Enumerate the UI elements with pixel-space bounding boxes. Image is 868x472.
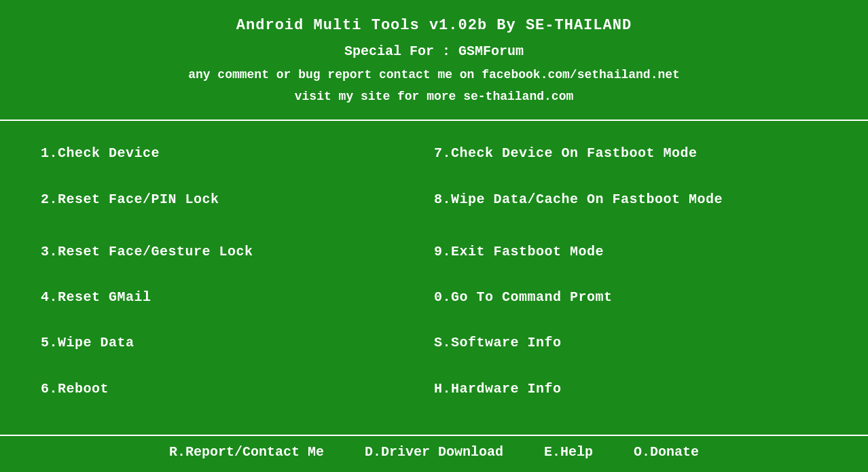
app-title: Android Multi Tools v1.02b By SE-THAILAN… <box>14 12 854 39</box>
menu-item-4[interactable]: 4.Reset GMail <box>41 284 434 329</box>
menu-item-h[interactable]: H.Hardware Info <box>434 376 827 421</box>
menu-item-6[interactable]: 6.Reboot <box>41 376 434 421</box>
menu-item-7[interactable]: 7.Check Device On Fastboot Mode <box>434 140 827 185</box>
menu-item-8[interactable]: 8.Wipe Data/Cache On Fastboot Mode <box>434 186 827 232</box>
app-contact: any comment or bug report contact me on … <box>14 64 854 86</box>
footer-item-o[interactable]: O.Donate <box>634 444 699 460</box>
header-section: Android Multi Tools v1.02b By SE-THAILAN… <box>0 0 868 114</box>
header-divider <box>0 120 868 121</box>
menu-grid: 1.Check Device 7.Check Device On Fastboo… <box>41 140 827 421</box>
menu-item-3[interactable]: 3.Reset Face/Gesture Lock <box>41 232 434 284</box>
footer-section: R.Report/Contact Me D.Driver Download E.… <box>0 435 868 472</box>
menu-item-5[interactable]: 5.Wipe Data <box>41 329 434 375</box>
menu-item-0[interactable]: 0.Go To Command Promt <box>434 284 827 329</box>
menu-item-1[interactable]: 1.Check Device <box>41 140 434 185</box>
menu-area: 1.Check Device 7.Check Device On Fastboo… <box>0 126 868 428</box>
menu-item-s[interactable]: S.Software Info <box>434 329 827 375</box>
menu-item-2[interactable]: 2.Reset Face/PIN Lock <box>41 186 434 232</box>
footer-item-d[interactable]: D.Driver Download <box>365 444 503 460</box>
footer-item-e[interactable]: E.Help <box>544 444 593 460</box>
app-subtitle: Special For : GSMForum <box>14 39 854 64</box>
app-visit: visit my site for more se-thailand.com <box>14 86 854 107</box>
footer-item-r[interactable]: R.Report/Contact Me <box>169 444 324 460</box>
menu-item-9[interactable]: 9.Exit Fastboot Mode <box>434 232 827 284</box>
